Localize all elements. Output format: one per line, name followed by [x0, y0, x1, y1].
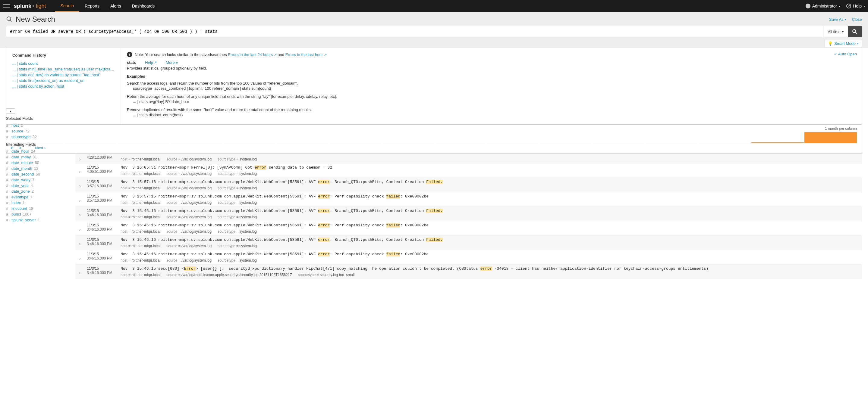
- field-type-icon: a: [6, 124, 10, 128]
- field-item[interactable]: asourcetype32: [6, 134, 69, 140]
- event-sourcetype[interactable]: sourcetype = system.log: [218, 201, 257, 205]
- timeline-bar[interactable]: [699, 143, 751, 143]
- field-item[interactable]: ahost2: [6, 123, 69, 128]
- field-item[interactable]: asplunk_server1: [6, 217, 69, 223]
- field-item[interactable]: #date_zone2: [6, 189, 69, 194]
- field-type-icon: a: [6, 201, 10, 205]
- expand-event-icon[interactable]: ›: [79, 212, 81, 217]
- save-as-button[interactable]: Save As ▾: [829, 17, 846, 22]
- timeline-bar[interactable]: [117, 143, 169, 143]
- timeline-bar[interactable]: [170, 143, 222, 143]
- timeline-bar[interactable]: [329, 143, 381, 143]
- event-sourcetype[interactable]: sourcetype = system.log: [218, 172, 257, 176]
- timeline-bar[interactable]: [646, 143, 698, 143]
- search-title-icon: [6, 16, 13, 23]
- timeline-bar[interactable]: [434, 143, 487, 143]
- event-source[interactable]: source = /var/log/system.log: [166, 258, 212, 263]
- timeline-bar[interactable]: [487, 143, 539, 143]
- command-help-link[interactable]: Help ↗: [145, 60, 157, 65]
- help-menu[interactable]: ? Help ▾: [846, 4, 865, 8]
- nav-reports[interactable]: Reports: [79, 0, 105, 12]
- nav-dashboards[interactable]: Dashboards: [127, 0, 160, 12]
- event-host[interactable]: host = rbittner-mbpr.local: [121, 244, 160, 248]
- history-item[interactable]: ... | stats count by action, host: [12, 83, 115, 89]
- event-source[interactable]: source = /var/log/module/com.apple.secur…: [166, 273, 292, 277]
- search-input[interactable]: [6, 26, 823, 37]
- auto-open-toggle[interactable]: ✓ Auto Open: [834, 52, 857, 56]
- expand-event-icon[interactable]: ›: [79, 256, 81, 261]
- nav-search[interactable]: Search: [55, 0, 79, 12]
- timeline-bar[interactable]: [381, 143, 434, 143]
- nav-alerts[interactable]: Alerts: [105, 0, 127, 12]
- expand-event-icon[interactable]: ›: [79, 241, 81, 246]
- history-item[interactable]: ... | stats first(resident_on) as reside…: [12, 78, 115, 83]
- command-more-link[interactable]: More »: [166, 60, 178, 65]
- field-item[interactable]: #date_month12: [6, 166, 69, 171]
- app-menu-icon[interactable]: [3, 2, 10, 10]
- field-item[interactable]: #date_wday7: [6, 177, 69, 183]
- event-host[interactable]: host = rbittner-mbpr.local: [121, 229, 160, 234]
- expand-event-icon[interactable]: ›: [79, 227, 81, 232]
- field-item[interactable]: #date_minute60: [6, 160, 69, 166]
- event-source[interactable]: source = /var/log/system.log: [166, 201, 212, 205]
- close-button[interactable]: Close: [852, 17, 862, 22]
- event-host[interactable]: host = rbittner-mbpr.local: [121, 201, 160, 205]
- timeline-bar[interactable]: [540, 143, 592, 143]
- event-host[interactable]: host = rbittner-mbpr.local: [121, 172, 160, 176]
- field-item[interactable]: aeventtype7: [6, 194, 69, 200]
- timeline-bar[interactable]: [276, 143, 328, 143]
- timeline-bar[interactable]: [804, 132, 857, 143]
- hint-link-2[interactable]: Errors in the last hour ↗: [285, 53, 327, 57]
- event-sourcetype[interactable]: sourcetype = system.log: [218, 244, 257, 248]
- event-sourcetype[interactable]: sourcetype = system.log: [218, 229, 257, 234]
- timeline-bar[interactable]: [751, 142, 804, 143]
- field-item[interactable]: asource72: [6, 128, 69, 134]
- event-source[interactable]: source = /var/log/system.log: [166, 157, 212, 161]
- history-item[interactable]: ... | stats min(_time) as _time first(us…: [12, 66, 115, 72]
- expand-event-icon[interactable]: ›: [79, 198, 81, 203]
- field-item[interactable]: aindex1: [6, 200, 69, 206]
- expand-event-icon[interactable]: ›: [79, 157, 81, 162]
- search-assistant-panel: Command History ... | stats count... | s…: [6, 48, 862, 125]
- event-source[interactable]: source = /var/log/system.log: [166, 244, 212, 248]
- field-item[interactable]: #linecount18: [6, 206, 69, 211]
- event-source[interactable]: source = /var/log/system.log: [166, 186, 212, 190]
- time-range-picker[interactable]: All time▾: [823, 26, 848, 37]
- event-host[interactable]: host = rbittner-mbpr.local: [121, 186, 160, 190]
- collapse-fields-button[interactable]: ▲: [6, 108, 15, 114]
- search-button[interactable]: [848, 26, 862, 37]
- user-icon: [806, 4, 810, 8]
- event-source[interactable]: source = /var/log/system.log: [166, 215, 212, 219]
- history-item[interactable]: ... | stats count: [12, 61, 115, 66]
- event-sourcetype[interactable]: sourcetype = security.log-too_small: [298, 273, 355, 277]
- hint-link-1[interactable]: Errors in the last 24 hours ↗: [228, 53, 276, 57]
- event-sourcetype[interactable]: sourcetype = system.log: [218, 215, 257, 219]
- event-sourcetype[interactable]: sourcetype = system.log: [218, 258, 257, 263]
- expand-event-icon[interactable]: ›: [79, 183, 81, 189]
- command-name: stats: [127, 60, 136, 65]
- field-item[interactable]: #date_second60: [6, 171, 69, 177]
- field-item[interactable]: #date_hour24: [6, 148, 69, 154]
- user-menu[interactable]: Administrator ▾: [806, 4, 840, 8]
- field-item[interactable]: apunct100+: [6, 211, 69, 217]
- event-host[interactable]: host = rbittner-mbpr.local: [121, 157, 160, 161]
- field-item[interactable]: #date_mday31: [6, 154, 69, 160]
- timeline-bar[interactable]: [223, 143, 275, 143]
- timeline-bar[interactable]: [593, 143, 645, 143]
- event-host[interactable]: host = rbittner-mbpr.local: [121, 258, 160, 263]
- event-source[interactable]: source = /var/log/system.log: [166, 229, 212, 234]
- event-sourcetype[interactable]: sourcetype = system.log: [218, 157, 257, 161]
- field-item[interactable]: #date_year4: [6, 183, 69, 189]
- history-item[interactable]: ... | stats dc(_raw) as variants by sour…: [12, 72, 115, 78]
- timeline-chart[interactable]: [11, 132, 857, 143]
- event-host[interactable]: host = rbittner-mbpr.local: [121, 215, 160, 219]
- field-type-icon: #: [6, 155, 10, 159]
- event-host[interactable]: host = rbittner-mbpr.local: [121, 273, 160, 277]
- expand-event-icon[interactable]: ›: [79, 270, 81, 275]
- timeline-bar[interactable]: [64, 143, 116, 143]
- smart-mode-button[interactable]: 💡 Smart Mode ▾: [825, 39, 862, 48]
- expand-event-icon[interactable]: ›: [79, 169, 81, 174]
- interesting-fields-heading: Interesting Fields: [6, 142, 69, 146]
- event-source[interactable]: source = /var/log/system.log: [166, 172, 212, 176]
- event-sourcetype[interactable]: sourcetype = system.log: [218, 186, 257, 190]
